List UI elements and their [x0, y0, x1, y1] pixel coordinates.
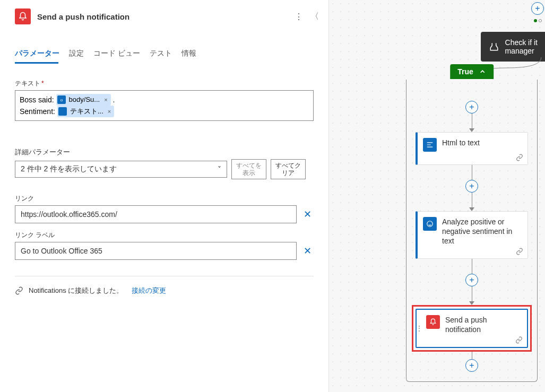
bell-icon: [15, 8, 31, 24]
change-connection-link[interactable]: 接続の変更: [132, 286, 166, 295]
svg-text:o: o: [60, 98, 63, 102]
link-icon: [516, 248, 523, 255]
true-branch: True + Html to text + Analyze positive o…: [406, 80, 538, 382]
token-remove[interactable]: ×: [104, 94, 107, 105]
token-body[interactable]: o body/Su... ×: [56, 94, 111, 106]
add-step-top[interactable]: +: [531, 2, 544, 15]
true-badge[interactable]: True: [450, 64, 494, 79]
flow-canvas[interactable]: + Check if it manager True + Html to tex…: [329, 0, 545, 392]
text-prefix-2: Sentiment:: [20, 106, 55, 117]
tabs: パラメーター 設定 コード ビュー テスト 情報: [0, 49, 328, 64]
ai-icon: [58, 107, 67, 116]
link-label-input[interactable]: [15, 242, 297, 260]
condition-icon: [488, 41, 500, 53]
tab-parameters[interactable]: パラメーター: [15, 49, 59, 64]
chevron-up-icon: [479, 68, 486, 75]
panel-title: Send a push notification: [37, 12, 288, 21]
connection-status: Notifications に接続しました。 接続の変更: [15, 286, 314, 295]
text-suffix-1: .: [113, 94, 115, 105]
link-icon: [15, 286, 23, 295]
text-input[interactable]: Boss said: o body/Su... × . Sentiment: テ…: [15, 90, 314, 121]
add-step[interactable]: +: [465, 359, 478, 372]
svg-point-3: [427, 221, 433, 227]
divider: [15, 276, 314, 276]
form: テキスト* Boss said: o body/Su... × . Sentim…: [0, 64, 328, 295]
selected-highlight: ⋮ Send a push notification: [412, 305, 532, 352]
tab-info[interactable]: 情報: [181, 49, 196, 64]
clear-link-icon[interactable]: ✕: [301, 208, 314, 220]
clear-all-button[interactable]: すべてク リア: [271, 159, 306, 179]
token-remove[interactable]: ×: [108, 106, 111, 117]
card-push-notification[interactable]: ⋮ Send a push notification: [416, 309, 528, 348]
link-label-label: リンク ラベル: [15, 231, 314, 240]
outlook-icon: o: [57, 95, 66, 104]
link-icon: [515, 336, 523, 344]
adv-label: 詳細パラメーター: [15, 147, 314, 157]
text-prefix-1: Boss said:: [20, 94, 54, 105]
add-step[interactable]: +: [465, 274, 478, 286]
more-icon[interactable]: ⋮: [295, 12, 303, 22]
html-icon: [423, 138, 437, 152]
tab-code-view[interactable]: コード ビュー: [93, 49, 140, 64]
config-panel: Send a push notification ⋮ 〈 パラメーター 設定 コ…: [0, 0, 329, 392]
adv-dropdown[interactable]: 2 件中 2 件を表示しています ˅: [15, 161, 227, 178]
sentiment-icon: [423, 217, 437, 231]
add-step[interactable]: +: [465, 101, 478, 114]
tab-test[interactable]: テスト: [150, 49, 172, 64]
collapse-icon[interactable]: 〈: [310, 11, 319, 22]
link-label: リンク: [15, 194, 314, 203]
status-dots: [534, 19, 542, 22]
text-label: テキスト*: [15, 79, 314, 88]
link-input[interactable]: [15, 205, 297, 223]
link-icon: [516, 154, 523, 161]
add-step[interactable]: +: [465, 180, 478, 193]
drag-handle[interactable]: ⋮: [416, 324, 423, 333]
panel-header: Send a push notification ⋮ 〈: [0, 0, 328, 33]
tab-underline: [15, 62, 58, 64]
clear-link-label-icon[interactable]: ✕: [301, 245, 314, 257]
chevron-down-icon: ˅: [218, 165, 221, 173]
show-all-button[interactable]: すべてを 表示: [231, 159, 266, 179]
bell-icon: [426, 315, 440, 329]
card-analyze-sentiment[interactable]: Analyze positive or negative sentiment i…: [416, 211, 528, 259]
card-html-to-text[interactable]: Html to text: [416, 132, 528, 165]
token-sentiment[interactable]: テキスト... ×: [57, 106, 114, 117]
tab-settings[interactable]: 設定: [69, 49, 84, 64]
svg-point-2: [60, 109, 65, 114]
